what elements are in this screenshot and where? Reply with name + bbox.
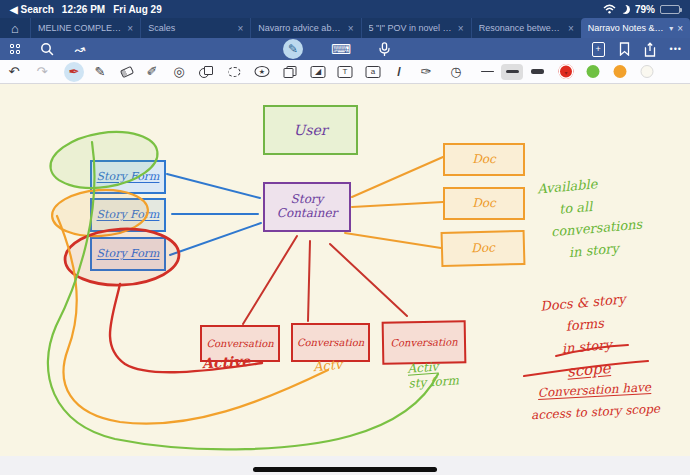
shapes-icon: [199, 66, 213, 78]
image-icon: ◢: [311, 66, 326, 78]
more-options-icon[interactable]: •••: [670, 44, 682, 54]
ruler-tool[interactable]: /: [397, 64, 401, 79]
tab-label: Scales: [148, 23, 233, 33]
drawing-toolbar: ↶ ↷ ✒ ✎ ✐ ◎ ★ ◢ T a / ✑ ◷ ▾: [0, 60, 690, 84]
fountain-pen-icon: ✒: [69, 64, 80, 79]
close-tab-icon[interactable]: ×: [238, 23, 244, 34]
highlight-ellipses: [46, 125, 180, 288]
tab-meline-complete[interactable]: MELINE COMPLE… ×: [30, 18, 140, 38]
tab-navarro-advice[interactable]: Navarro advice abo… ×: [250, 18, 360, 38]
sparkle-pen-tool[interactable]: ✑: [421, 64, 432, 79]
home-button[interactable]: ⌂: [0, 18, 30, 38]
eraser-tool[interactable]: [121, 68, 133, 76]
redo-button[interactable]: ↷: [37, 64, 48, 79]
curved-links: [48, 142, 438, 449]
share-icon[interactable]: [644, 42, 656, 57]
undo-button[interactable]: ↶: [9, 64, 20, 79]
tab-narravo-notes-active[interactable]: Narravo Notes &… ▾ ×: [581, 18, 690, 38]
ipad-screen: ◀ Search 12:26 PM Fri Aug 29 79% ⌂ MELIN…: [0, 0, 690, 475]
ocr-icon: a: [366, 66, 381, 78]
insert-image-tool[interactable]: ◢: [311, 66, 326, 78]
shapes-tool[interactable]: [199, 66, 213, 78]
back-arrow-icon: ◀: [10, 4, 18, 15]
sticker-star-icon: ★: [255, 66, 270, 77]
tab-label: Navarro advice abo…: [258, 23, 343, 33]
status-time: 12:26 PM: [62, 4, 105, 15]
microphone-icon[interactable]: [379, 42, 390, 57]
battery-percent: 79%: [635, 4, 655, 15]
tab-bar: ⌂ MELINE COMPLE… × Scales × Navarro advi…: [0, 18, 690, 38]
tab-label: Narravo Notes &…: [588, 23, 665, 33]
orange-connectors: [345, 157, 443, 248]
stroke-width-thick[interactable]: [526, 64, 548, 80]
stroke-width-thin[interactable]: [476, 64, 498, 80]
tab-resonance[interactable]: Resonance betwee… ×: [471, 18, 581, 38]
blue-connectors: [167, 174, 261, 255]
close-tab-icon[interactable]: ×: [127, 23, 133, 34]
eraser-icon: [120, 65, 134, 77]
convert-handwriting-icon[interactable]: ↝: [72, 40, 87, 58]
marker-tool[interactable]: ✐: [147, 64, 158, 79]
thumbnails-grid-icon[interactable]: [10, 44, 20, 54]
lasso-tool[interactable]: [228, 67, 241, 77]
bottom-strip: [0, 456, 690, 475]
color-swatch-green[interactable]: [587, 65, 600, 78]
do-not-disturb-moon-icon: [621, 5, 630, 14]
document-nav-bar: ↝ ✎ ⌨ + •••: [0, 38, 690, 60]
tab-scales[interactable]: Scales ×: [140, 18, 250, 38]
fountain-pen-tool-selected[interactable]: ✒: [64, 62, 84, 82]
add-page-icon[interactable]: +: [592, 42, 605, 57]
pen-mode-button[interactable]: ✎: [283, 39, 303, 59]
tab-label: MELINE COMPLE…: [38, 23, 123, 33]
wifi-icon: [603, 4, 616, 14]
chevron-down-icon[interactable]: ▾: [669, 24, 673, 33]
close-tab-icon[interactable]: ×: [568, 23, 574, 34]
bookmark-icon[interactable]: [619, 42, 630, 56]
text-box-tool[interactable]: T: [338, 66, 353, 78]
pencil-tool[interactable]: ✎: [95, 64, 106, 79]
keyboard-icon[interactable]: ⌨: [331, 41, 351, 57]
tab-pov-in-novel[interactable]: 5 "I" POV in novel =… ×: [361, 18, 471, 38]
tab-label: Resonance betwee…: [479, 23, 564, 33]
red-curve-to-active: [110, 284, 262, 372]
pen-icon: ✎: [288, 42, 298, 56]
color-swatch-orange[interactable]: [614, 65, 627, 78]
lasso-icon: [228, 67, 241, 77]
status-bar: ◀ Search 12:26 PM Fri Aug 29 79%: [0, 0, 690, 18]
color-swatch-white[interactable]: [641, 65, 654, 78]
text-box-icon: T: [338, 66, 353, 78]
tape-tool[interactable]: ◎: [173, 64, 184, 79]
status-date: Fri Aug 29: [113, 4, 162, 15]
color-swatch-red-selected[interactable]: ▾: [559, 64, 574, 79]
stroke-width-medium-selected[interactable]: [501, 64, 523, 80]
back-to-search-button[interactable]: ◀ Search: [10, 4, 54, 15]
close-tab-icon[interactable]: ×: [677, 23, 683, 34]
session-clock-tool[interactable]: ◷: [450, 64, 461, 79]
ocr-scan-tool[interactable]: a: [366, 66, 381, 78]
home-indicator[interactable]: [253, 467, 437, 472]
sticker-tool[interactable]: ★: [255, 66, 270, 77]
battery-icon: [660, 5, 680, 14]
close-tab-icon[interactable]: ×: [458, 23, 464, 34]
tab-label: 5 "I" POV in novel =…: [369, 23, 454, 33]
red-connectors: [243, 236, 407, 324]
green-curve-to-active-story-form: [48, 142, 438, 449]
close-tab-icon[interactable]: ×: [348, 23, 354, 34]
note-page-canvas[interactable]: User Story Container Story Form Story Fo…: [0, 84, 690, 456]
search-icon[interactable]: [40, 42, 54, 56]
pages-tool[interactable]: [284, 66, 297, 78]
ink-strokes-layer: [0, 84, 690, 456]
pages-icon: [284, 66, 297, 78]
red-emphasis-strokes: [524, 345, 648, 376]
